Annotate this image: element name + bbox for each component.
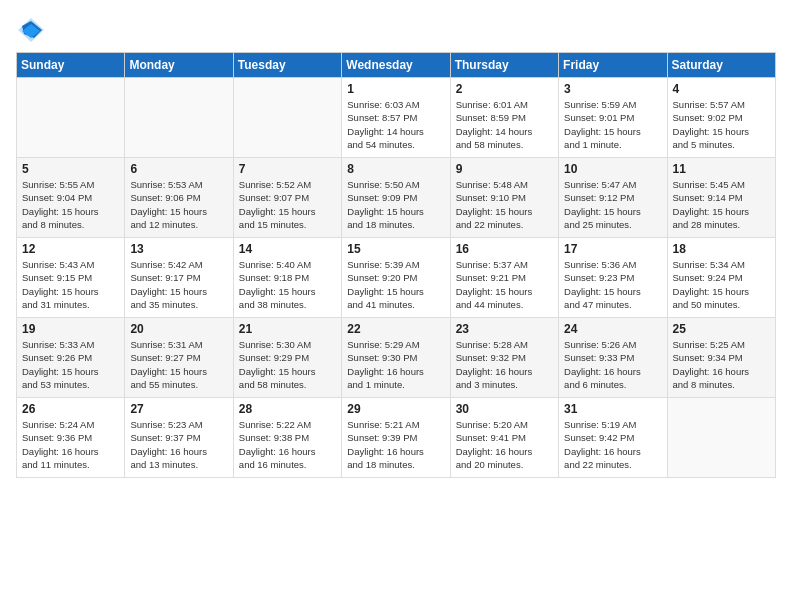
day-number: 8 (347, 162, 444, 176)
cell-sun-info: Sunrise: 5:52 AM Sunset: 9:07 PM Dayligh… (239, 178, 336, 231)
cell-sun-info: Sunrise: 5:42 AM Sunset: 9:17 PM Dayligh… (130, 258, 227, 311)
cell-sun-info: Sunrise: 5:43 AM Sunset: 9:15 PM Dayligh… (22, 258, 119, 311)
calendar-cell: 28Sunrise: 5:22 AM Sunset: 9:38 PM Dayli… (233, 398, 341, 478)
calendar-cell: 18Sunrise: 5:34 AM Sunset: 9:24 PM Dayli… (667, 238, 775, 318)
calendar-cell: 23Sunrise: 5:28 AM Sunset: 9:32 PM Dayli… (450, 318, 558, 398)
calendar-header-row: SundayMondayTuesdayWednesdayThursdayFrid… (17, 53, 776, 78)
cell-sun-info: Sunrise: 5:50 AM Sunset: 9:09 PM Dayligh… (347, 178, 444, 231)
day-number: 29 (347, 402, 444, 416)
day-number: 11 (673, 162, 770, 176)
weekday-header: Wednesday (342, 53, 450, 78)
day-number: 20 (130, 322, 227, 336)
day-number: 3 (564, 82, 661, 96)
calendar-cell (667, 398, 775, 478)
day-number: 30 (456, 402, 553, 416)
calendar-cell: 31Sunrise: 5:19 AM Sunset: 9:42 PM Dayli… (559, 398, 667, 478)
calendar-cell: 27Sunrise: 5:23 AM Sunset: 9:37 PM Dayli… (125, 398, 233, 478)
day-number: 16 (456, 242, 553, 256)
calendar-cell: 1Sunrise: 6:03 AM Sunset: 8:57 PM Daylig… (342, 78, 450, 158)
calendar-cell: 11Sunrise: 5:45 AM Sunset: 9:14 PM Dayli… (667, 158, 775, 238)
weekday-header: Saturday (667, 53, 775, 78)
day-number: 12 (22, 242, 119, 256)
day-number: 26 (22, 402, 119, 416)
day-number: 14 (239, 242, 336, 256)
calendar-cell (17, 78, 125, 158)
cell-sun-info: Sunrise: 5:21 AM Sunset: 9:39 PM Dayligh… (347, 418, 444, 471)
day-number: 4 (673, 82, 770, 96)
cell-sun-info: Sunrise: 5:40 AM Sunset: 9:18 PM Dayligh… (239, 258, 336, 311)
day-number: 31 (564, 402, 661, 416)
cell-sun-info: Sunrise: 5:20 AM Sunset: 9:41 PM Dayligh… (456, 418, 553, 471)
calendar-week-row: 26Sunrise: 5:24 AM Sunset: 9:36 PM Dayli… (17, 398, 776, 478)
calendar-cell: 14Sunrise: 5:40 AM Sunset: 9:18 PM Dayli… (233, 238, 341, 318)
cell-sun-info: Sunrise: 6:03 AM Sunset: 8:57 PM Dayligh… (347, 98, 444, 151)
calendar-cell: 3Sunrise: 5:59 AM Sunset: 9:01 PM Daylig… (559, 78, 667, 158)
cell-sun-info: Sunrise: 5:28 AM Sunset: 9:32 PM Dayligh… (456, 338, 553, 391)
calendar-cell: 8Sunrise: 5:50 AM Sunset: 9:09 PM Daylig… (342, 158, 450, 238)
calendar-cell (233, 78, 341, 158)
calendar-cell: 16Sunrise: 5:37 AM Sunset: 9:21 PM Dayli… (450, 238, 558, 318)
cell-sun-info: Sunrise: 5:34 AM Sunset: 9:24 PM Dayligh… (673, 258, 770, 311)
calendar-cell: 12Sunrise: 5:43 AM Sunset: 9:15 PM Dayli… (17, 238, 125, 318)
day-number: 15 (347, 242, 444, 256)
day-number: 19 (22, 322, 119, 336)
cell-sun-info: Sunrise: 5:37 AM Sunset: 9:21 PM Dayligh… (456, 258, 553, 311)
calendar-cell: 19Sunrise: 5:33 AM Sunset: 9:26 PM Dayli… (17, 318, 125, 398)
calendar-cell: 21Sunrise: 5:30 AM Sunset: 9:29 PM Dayli… (233, 318, 341, 398)
day-number: 1 (347, 82, 444, 96)
day-number: 9 (456, 162, 553, 176)
weekday-header: Friday (559, 53, 667, 78)
calendar-cell: 9Sunrise: 5:48 AM Sunset: 9:10 PM Daylig… (450, 158, 558, 238)
cell-sun-info: Sunrise: 5:36 AM Sunset: 9:23 PM Dayligh… (564, 258, 661, 311)
cell-sun-info: Sunrise: 5:48 AM Sunset: 9:10 PM Dayligh… (456, 178, 553, 231)
weekday-header: Tuesday (233, 53, 341, 78)
page-header (16, 16, 776, 44)
calendar-cell: 4Sunrise: 5:57 AM Sunset: 9:02 PM Daylig… (667, 78, 775, 158)
cell-sun-info: Sunrise: 5:59 AM Sunset: 9:01 PM Dayligh… (564, 98, 661, 151)
cell-sun-info: Sunrise: 5:30 AM Sunset: 9:29 PM Dayligh… (239, 338, 336, 391)
cell-sun-info: Sunrise: 5:25 AM Sunset: 9:34 PM Dayligh… (673, 338, 770, 391)
cell-sun-info: Sunrise: 5:47 AM Sunset: 9:12 PM Dayligh… (564, 178, 661, 231)
day-number: 27 (130, 402, 227, 416)
calendar-cell: 24Sunrise: 5:26 AM Sunset: 9:33 PM Dayli… (559, 318, 667, 398)
cell-sun-info: Sunrise: 5:33 AM Sunset: 9:26 PM Dayligh… (22, 338, 119, 391)
cell-sun-info: Sunrise: 5:26 AM Sunset: 9:33 PM Dayligh… (564, 338, 661, 391)
calendar-cell: 29Sunrise: 5:21 AM Sunset: 9:39 PM Dayli… (342, 398, 450, 478)
calendar-cell: 10Sunrise: 5:47 AM Sunset: 9:12 PM Dayli… (559, 158, 667, 238)
calendar-cell: 13Sunrise: 5:42 AM Sunset: 9:17 PM Dayli… (125, 238, 233, 318)
day-number: 7 (239, 162, 336, 176)
calendar-cell: 6Sunrise: 5:53 AM Sunset: 9:06 PM Daylig… (125, 158, 233, 238)
calendar-cell: 25Sunrise: 5:25 AM Sunset: 9:34 PM Dayli… (667, 318, 775, 398)
calendar-week-row: 5Sunrise: 5:55 AM Sunset: 9:04 PM Daylig… (17, 158, 776, 238)
calendar-cell: 5Sunrise: 5:55 AM Sunset: 9:04 PM Daylig… (17, 158, 125, 238)
cell-sun-info: Sunrise: 5:39 AM Sunset: 9:20 PM Dayligh… (347, 258, 444, 311)
day-number: 6 (130, 162, 227, 176)
day-number: 25 (673, 322, 770, 336)
cell-sun-info: Sunrise: 5:29 AM Sunset: 9:30 PM Dayligh… (347, 338, 444, 391)
day-number: 22 (347, 322, 444, 336)
calendar-cell (125, 78, 233, 158)
weekday-header: Monday (125, 53, 233, 78)
cell-sun-info: Sunrise: 5:31 AM Sunset: 9:27 PM Dayligh… (130, 338, 227, 391)
calendar-week-row: 1Sunrise: 6:03 AM Sunset: 8:57 PM Daylig… (17, 78, 776, 158)
day-number: 28 (239, 402, 336, 416)
calendar-cell: 2Sunrise: 6:01 AM Sunset: 8:59 PM Daylig… (450, 78, 558, 158)
calendar-week-row: 19Sunrise: 5:33 AM Sunset: 9:26 PM Dayli… (17, 318, 776, 398)
logo-icon (16, 16, 46, 44)
day-number: 10 (564, 162, 661, 176)
calendar-body: 1Sunrise: 6:03 AM Sunset: 8:57 PM Daylig… (17, 78, 776, 478)
calendar-cell: 17Sunrise: 5:36 AM Sunset: 9:23 PM Dayli… (559, 238, 667, 318)
cell-sun-info: Sunrise: 5:53 AM Sunset: 9:06 PM Dayligh… (130, 178, 227, 231)
calendar-week-row: 12Sunrise: 5:43 AM Sunset: 9:15 PM Dayli… (17, 238, 776, 318)
day-number: 2 (456, 82, 553, 96)
calendar-cell: 20Sunrise: 5:31 AM Sunset: 9:27 PM Dayli… (125, 318, 233, 398)
calendar-cell: 30Sunrise: 5:20 AM Sunset: 9:41 PM Dayli… (450, 398, 558, 478)
calendar-cell: 26Sunrise: 5:24 AM Sunset: 9:36 PM Dayli… (17, 398, 125, 478)
day-number: 18 (673, 242, 770, 256)
day-number: 24 (564, 322, 661, 336)
day-number: 13 (130, 242, 227, 256)
calendar-table: SundayMondayTuesdayWednesdayThursdayFrid… (16, 52, 776, 478)
cell-sun-info: Sunrise: 6:01 AM Sunset: 8:59 PM Dayligh… (456, 98, 553, 151)
cell-sun-info: Sunrise: 5:24 AM Sunset: 9:36 PM Dayligh… (22, 418, 119, 471)
day-number: 5 (22, 162, 119, 176)
